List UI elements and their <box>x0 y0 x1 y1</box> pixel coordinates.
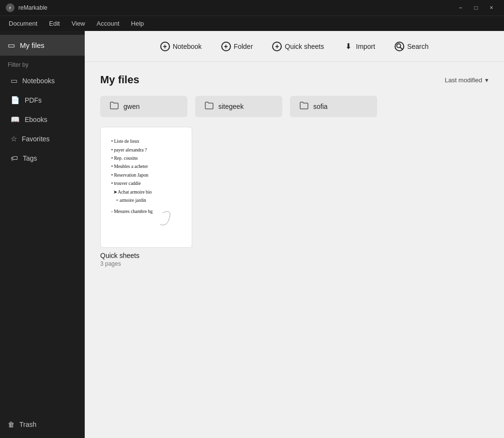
notebook-button-label: Notebook <box>173 43 202 50</box>
svg-text:• trouver caddie: • trouver caddie <box>111 181 141 186</box>
titlebar-left: r reMarkable <box>6 3 47 12</box>
sidebar-item-pdfs[interactable]: 📄 PDFs <box>3 91 82 109</box>
menu-help[interactable]: Help <box>126 18 149 29</box>
svg-line-1 <box>400 47 402 49</box>
notebook-plus-icon: + <box>160 42 170 51</box>
app-body: ▭ My files Filter by ▭ Notebooks 📄 PDFs … <box>0 31 504 438</box>
menu-document[interactable]: Document <box>4 18 42 29</box>
folder-sitegeek[interactable]: sitegeek <box>195 96 282 117</box>
notebooks-icon: ▭ <box>11 76 17 85</box>
menu-view[interactable]: View <box>67 18 90 29</box>
svg-text:• payer alexandra ?: • payer alexandra ? <box>111 147 147 152</box>
import-button-label: Import <box>356 43 375 50</box>
sidebar-ebooks-label: Ebooks <box>25 116 47 123</box>
sidebar-favorites-label: Favorites <box>22 135 50 143</box>
search-button-label: Search <box>407 43 428 50</box>
file-card-quick-sheets[interactable]: • Liste de lieux • payer alexandra ? • R… <box>100 127 192 267</box>
import-button[interactable]: ⬇ Import <box>336 38 383 55</box>
close-button[interactable]: × <box>485 1 498 15</box>
folder-gwen[interactable]: gwen <box>100 96 187 117</box>
folder-sitegeek-name: sitegeek <box>218 103 244 110</box>
file-area-header: My files Last modified ▾ <box>100 74 489 86</box>
sidebar-item-ebooks[interactable]: 📖 Ebooks <box>3 110 82 129</box>
svg-text:• Rep. cousins: • Rep. cousins <box>111 155 138 161</box>
sidebar-tags-label: Tags <box>23 154 37 162</box>
folder-icon-sofia <box>300 102 308 111</box>
sidebar-pdfs-label: PDFs <box>25 96 42 104</box>
menu-edit[interactable]: Edit <box>44 18 64 29</box>
svg-text:➤ Achat armoire bio: ➤ Achat armoire bio <box>113 189 152 195</box>
maximize-button[interactable]: □ <box>469 1 483 15</box>
file-card-name: Quick sheets <box>100 252 192 259</box>
file-thumbnail: • Liste de lieux • payer alexandra ? • R… <box>100 127 192 248</box>
app-logo: r <box>6 3 15 12</box>
app-name: reMarkable <box>18 4 47 11</box>
folder-icon-sitegeek <box>205 102 214 111</box>
svg-text:- Mesures chambre bg: - Mesures chambre bg <box>111 209 153 214</box>
folder-sofia-name: sofia <box>313 103 328 110</box>
minimize-button[interactable]: − <box>454 1 467 15</box>
sidebar: ▭ My files Filter by ▭ Notebooks 📄 PDFs … <box>0 31 85 438</box>
sidebar-trash-label: Trash <box>19 421 36 428</box>
sidebar-item-trash[interactable]: 🗑 Trash <box>0 415 85 434</box>
quick-sheets-button[interactable]: + Quick sheets <box>264 38 332 55</box>
sort-button[interactable]: Last modified ▾ <box>445 76 489 84</box>
file-area: My files Last modified ▾ gwen <box>85 62 504 438</box>
notebook-button[interactable]: + Notebook <box>153 38 210 55</box>
sidebar-item-tags[interactable]: 🏷 Tags <box>3 149 82 167</box>
titlebar: r reMarkable − □ × <box>0 0 504 15</box>
folder-button-label: Folder <box>234 43 253 50</box>
menubar: Document Edit View Account Help <box>0 15 504 31</box>
folder-gwen-name: gwen <box>123 103 139 110</box>
folder-icon-gwen <box>110 102 119 111</box>
folder-button[interactable]: + Folder <box>214 38 261 55</box>
toolbar: + Notebook + Folder + Quick sheets ⬇ Imp… <box>85 31 504 62</box>
sidebar-notebooks-label: Notebooks <box>22 77 55 85</box>
page-title: My files <box>100 74 139 86</box>
sort-label: Last modified <box>445 76 482 84</box>
titlebar-controls: − □ × <box>454 1 498 15</box>
folder-plus-icon: + <box>221 42 231 51</box>
svg-text:• Meubles a acheter: • Meubles a acheter <box>111 164 149 169</box>
filter-by-label: Filter by <box>0 56 85 71</box>
import-download-icon: ⬇ <box>343 42 353 51</box>
svg-text:• Reservation Japon: • Reservation Japon <box>111 172 149 178</box>
quick-sheets-button-label: Quick sheets <box>285 43 324 50</box>
search-button[interactable]: Search <box>387 38 436 55</box>
files-grid: • Liste de lieux • payer alexandra ? • R… <box>100 127 489 267</box>
quick-sheets-plus-icon: + <box>272 42 282 51</box>
favorites-icon: ☆ <box>11 135 17 143</box>
file-card-pages: 3 pages <box>100 260 192 267</box>
sidebar-item-my-files[interactable]: ▭ My files <box>0 35 85 56</box>
folder-sofia[interactable]: sofia <box>290 96 377 117</box>
menu-account[interactable]: Account <box>92 18 124 29</box>
main-content: + Notebook + Folder + Quick sheets ⬇ Imp… <box>85 31 504 438</box>
chevron-down-icon: ▾ <box>485 76 489 84</box>
sidebar-my-files-label: My files <box>20 41 45 49</box>
my-files-icon: ▭ <box>8 41 15 50</box>
tags-icon: 🏷 <box>11 154 18 162</box>
svg-text:• Liste de lieux: • Liste de lieux <box>111 138 139 144</box>
sidebar-item-favorites[interactable]: ☆ Favorites <box>3 130 82 148</box>
search-icon <box>395 42 404 51</box>
svg-point-0 <box>397 44 400 47</box>
trash-icon: 🗑 <box>8 421 15 428</box>
pdfs-icon: 📄 <box>11 96 20 105</box>
svg-text:+ armoire jardin: + armoire jardin <box>116 197 146 203</box>
sidebar-item-notebooks[interactable]: ▭ Notebooks <box>3 72 82 90</box>
folders-row: gwen sitegeek sofi <box>100 96 489 117</box>
ebooks-icon: 📖 <box>11 115 20 124</box>
sidebar-spacer <box>0 167 85 415</box>
